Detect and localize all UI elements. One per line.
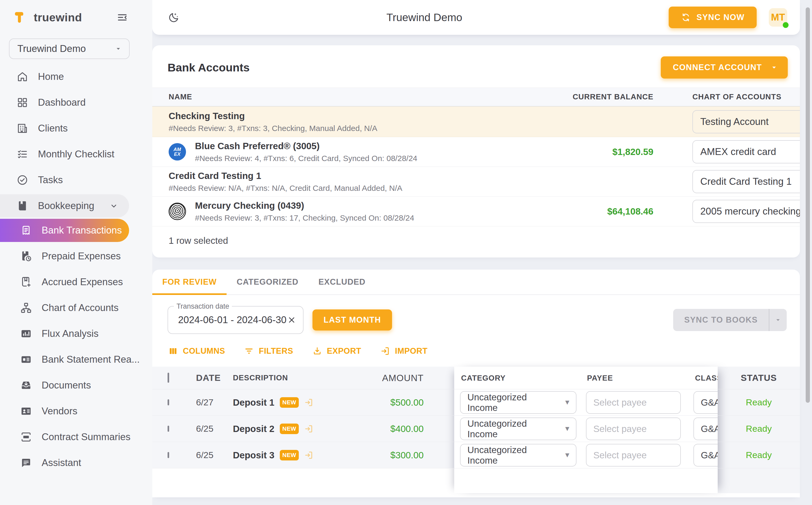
avatar-initials: MT (771, 12, 785, 23)
category-select[interactable]: Uncategorized Income▼ (460, 444, 577, 467)
transaction-date-label: Transaction date (174, 302, 232, 311)
payee-input[interactable] (586, 417, 681, 440)
sidebar-item-monthly-checklist[interactable]: Monthly Checklist (0, 141, 152, 167)
payee-input[interactable] (586, 444, 681, 467)
tab-for-review[interactable]: FOR REVIEW (152, 270, 227, 294)
sidebar-item-bank-statement-reader[interactable]: Bank Statement Rea... (0, 347, 152, 372)
chart-of-accounts-input[interactable]: Testing Account (692, 110, 800, 133)
sidebar-item-home[interactable]: Home (0, 64, 152, 90)
bank-account-row[interactable]: Mercury Checking (0439) #Needs Review: 3… (152, 197, 800, 226)
sidebar-item-label: Home (38, 71, 64, 82)
sidebar-item-clients[interactable]: Clients (0, 116, 152, 141)
chevron-down-icon (109, 201, 119, 211)
chevron-down-icon (770, 63, 778, 72)
category-select[interactable]: Uncategorized Income▼ (460, 391, 577, 414)
transaction-amount: $300.00 (355, 450, 424, 461)
payee-field[interactable] (589, 444, 678, 466)
class-select[interactable]: G&A (693, 444, 718, 467)
row-checkbox[interactable] (168, 426, 169, 432)
workspace-select[interactable]: Truewind Demo (9, 38, 130, 59)
category-value: Uncategorized Income (467, 418, 559, 440)
brand-name: truewind (34, 11, 82, 24)
class-select[interactable]: G&A (693, 391, 718, 414)
hierarchy-icon (20, 302, 32, 314)
imported-icon (304, 398, 314, 407)
bank-account-row[interactable]: Checking Testing #Needs Review: 3, #Txns… (152, 107, 800, 137)
sidebar-item-dashboard[interactable]: Dashboard (0, 90, 152, 116)
status-badge: Ready (718, 397, 800, 407)
avatar[interactable]: MT (769, 8, 787, 27)
clear-date-icon[interactable] (287, 316, 296, 324)
payee-input[interactable] (586, 391, 681, 414)
sync-now-label: SYNC NOW (696, 13, 745, 22)
sidebar-item-label: Clients (38, 123, 68, 134)
select-all-checkbox[interactable] (168, 373, 169, 383)
sidebar-item-bookkeeping[interactable]: Bookkeeping (0, 194, 129, 217)
account-name: Checking Testing (169, 111, 377, 121)
filter-icon (244, 346, 254, 356)
mercury-logo (169, 203, 186, 220)
sync-to-books-caret[interactable] (769, 309, 787, 331)
chart-of-accounts-input[interactable]: Credit Card Testing 1 (692, 170, 800, 193)
account-name: Mercury Checking (0439) (195, 200, 414, 211)
tab-categorized[interactable]: CATEGORIZED (227, 270, 308, 294)
sidebar-item-tasks[interactable]: Tasks (0, 167, 152, 193)
sync-now-button[interactable]: SYNC NOW (669, 7, 757, 28)
tab-excluded[interactable]: EXCLUDED (309, 270, 376, 294)
import-button[interactable]: IMPORT (380, 346, 428, 356)
payee-field[interactable] (589, 418, 678, 440)
sidebar-item-assistant[interactable]: Assistant (0, 450, 152, 476)
transaction-row: 6/27 Deposit 1 NEW $500.00 Uncategorized… (152, 389, 800, 415)
sidebar-item-flux-analysis[interactable]: Flux Analysis (0, 321, 152, 347)
last-month-button[interactable]: LAST MONTH (313, 309, 392, 331)
sidebar-item-documents[interactable]: Documents (0, 372, 152, 398)
sidebar-item-bank-transactions[interactable]: Bank Transactions (0, 219, 129, 242)
connect-account-button[interactable]: CONNECT ACCOUNT (661, 56, 788, 78)
payee-field[interactable] (589, 392, 678, 413)
columns-button[interactable]: COLUMNS (168, 346, 225, 356)
sidebar-item-accrued-expenses[interactable]: Accrued Expenses (0, 269, 152, 295)
transaction-row: 6/25 Deposit 2 NEW $400.00 Uncategorized… (152, 415, 800, 442)
sidebar-item-vendors[interactable]: Vendors (0, 398, 152, 424)
workspace-select-value: Truewind Demo (17, 43, 86, 54)
bank-accounts-card: Bank Accounts CONNECT ACCOUNT NAME CURRE… (152, 45, 800, 258)
collapse-sidebar-icon[interactable] (117, 12, 128, 23)
bank-account-row[interactable]: Credit Card Testing 1 #Needs Review: N/A… (152, 167, 800, 197)
sidebar-item-contract-summaries[interactable]: Contract Summaries (0, 424, 152, 450)
bank-account-row[interactable]: AM EX Blue Cash Preferred® (3005) #Needs… (152, 137, 800, 167)
sidebar-item-label: Vendors (42, 405, 77, 417)
sidebar-item-label: Flux Analysis (42, 328, 98, 339)
page-scrollbar[interactable] (806, 7, 810, 403)
account-balance: $64,108.46 (543, 206, 653, 217)
chevron-down-icon (114, 45, 122, 53)
bank-accounts-title: Bank Accounts (168, 61, 249, 74)
export-label: EXPORT (327, 346, 361, 356)
column-header-name: NAME (152, 93, 543, 101)
scanner-icon (20, 431, 32, 443)
chart-of-accounts-input[interactable]: AMEX credit card (692, 140, 800, 163)
chart-of-accounts-input[interactable]: 2005 mercury checking 0 (692, 200, 800, 223)
check-circle-icon (16, 174, 28, 186)
sidebar-item-label: Bookkeeping (38, 200, 94, 211)
amex-logo-text: AM (174, 147, 181, 152)
sidebar-item-label: Bank Transactions (42, 225, 122, 236)
sync-to-books-button[interactable]: SYNC TO BOOKS (673, 309, 769, 331)
filters-button[interactable]: FILTERS (244, 346, 293, 356)
row-checkbox[interactable] (168, 452, 169, 458)
transaction-description: Deposit 2 (233, 424, 274, 434)
transaction-description: Deposit 3 (233, 450, 274, 461)
class-select[interactable]: G&A (693, 417, 718, 440)
dark-mode-moon-icon[interactable] (168, 11, 180, 24)
export-button[interactable]: EXPORT (312, 346, 361, 356)
sidebar-nav: Home Dashboard Clients Monthly Checklist… (0, 64, 152, 476)
sidebar-item-chart-of-accounts[interactable]: Chart of Accounts (0, 295, 152, 321)
imported-icon (304, 424, 314, 434)
sidebar-item-label: Dashboard (38, 97, 85, 108)
sidebar-item-label: Tasks (38, 174, 63, 186)
statement-icon (20, 353, 32, 366)
transaction-date-filter[interactable]: Transaction date 2024-06-01 - 2024-06-30 (168, 306, 303, 334)
columns-label: COLUMNS (183, 346, 225, 356)
sidebar-item-prepaid-expenses[interactable]: Prepaid Expenses (0, 243, 152, 269)
row-checkbox[interactable] (168, 399, 169, 405)
category-select[interactable]: Uncategorized Income▼ (460, 417, 577, 440)
